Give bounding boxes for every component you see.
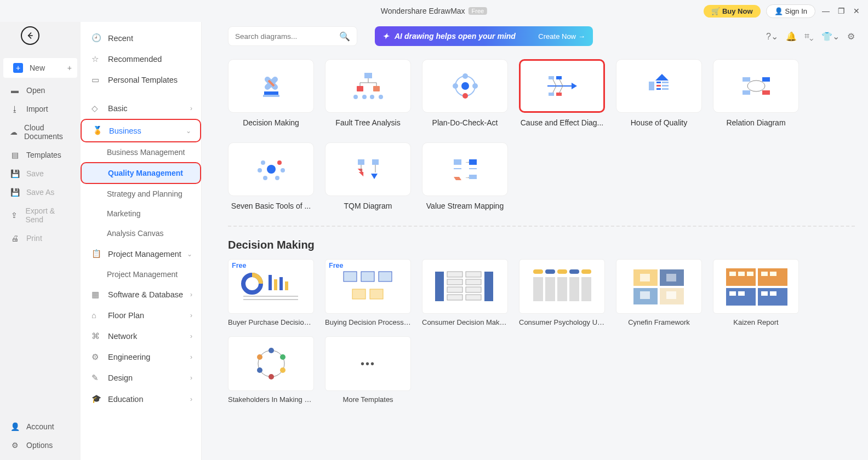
cat-design[interactable]: ✎Design› [81, 367, 201, 388]
card-cause-effect[interactable]: Cause and Effect Diag... [519, 59, 605, 127]
search-icon[interactable]: 🔍 [339, 31, 350, 42]
design-icon: ✎ [92, 373, 101, 382]
titlebar-right: 🛒 Buy Now 👤 Sign In — ❐ ✕ [704, 4, 861, 18]
cat-software-database[interactable]: ▦Software & Database› [81, 284, 201, 305]
nav-export-label: Export & Send [25, 206, 71, 224]
cat-engineering[interactable]: ⚙Engineering› [81, 347, 201, 367]
clock-icon: 🕘 [92, 33, 101, 43]
sub-project-management[interactable]: Project Management [81, 264, 201, 284]
nav-save[interactable]: 💾Save [0, 164, 81, 183]
thumbnail-icon [236, 341, 307, 386]
tmpl-more[interactable]: ••• More Templates [325, 336, 411, 404]
settings-icon[interactable]: ⚙ [847, 31, 855, 42]
svg-rect-85 [533, 277, 543, 301]
close-icon[interactable]: ✕ [852, 7, 861, 15]
ai-banner[interactable]: ✦ AI drawing helps open your mind Create… [375, 26, 593, 46]
nav-options[interactable]: ⚙Options [0, 436, 81, 455]
cat-basic[interactable]: ◇Basic› [81, 98, 201, 119]
cat-recommended[interactable]: ☆Recommended [81, 49, 201, 70]
card-vsm[interactable]: →→ Value Stream Mapping [422, 142, 508, 210]
nav-account-label: Account [26, 422, 54, 431]
signin-button[interactable]: 👤 Sign In [766, 4, 815, 18]
sub-analysis-canvas[interactable]: Analysis Canvas [81, 223, 201, 243]
chevron-right-icon: › [190, 353, 192, 361]
card-pdca[interactable]: Plan-Do-Check-Act [422, 59, 508, 127]
card-label: TQM Diagram [325, 202, 411, 210]
card-decision-making[interactable]: Decision Making [228, 59, 314, 127]
svg-point-43 [258, 168, 262, 173]
svg-rect-1 [263, 95, 279, 97]
shirt-icon[interactable]: 👕⌄ [821, 31, 840, 42]
nav-export[interactable]: ⇪Export & Send [0, 202, 81, 229]
card-tqm[interactable]: TQM Diagram [325, 142, 411, 210]
buy-now-button[interactable]: 🛒 Buy Now [704, 5, 761, 18]
tmpl-buying-process[interactable]: Free Buying Decision Process O... [325, 259, 411, 326]
history-icon[interactable]: + [67, 64, 72, 72]
cat-pm-label: Project Management [108, 250, 181, 258]
cat-project-management[interactable]: 📋Project Management⌄ [81, 243, 201, 264]
nav-saveas[interactable]: 💾Save As [0, 183, 81, 202]
svg-rect-2 [364, 73, 372, 78]
nav-cloud[interactable]: ☁Cloud Documents [0, 118, 81, 146]
sub-marketing[interactable]: Marketing [81, 204, 201, 223]
chevron-down-icon: ⌄ [186, 127, 191, 135]
nav-open[interactable]: ▬Open [0, 81, 81, 100]
card-relation[interactable]: Relation Diagram [713, 59, 799, 127]
sparkle-icon: ✦ [382, 32, 389, 41]
person-icon: ▭ [92, 76, 101, 84]
help-icon[interactable]: ?⌄ [766, 31, 778, 42]
nav-import[interactable]: ⭳Import [0, 100, 81, 118]
nav-account[interactable]: 👤Account [0, 417, 81, 436]
tmpl-consumer-decision[interactable]: Consumer Decision Makin... [422, 259, 508, 326]
card-label: Plan-Do-Check-Act [422, 118, 508, 127]
cat-education[interactable]: 🎓Education› [81, 388, 201, 410]
cat-recommended-label: Recommended [108, 55, 162, 64]
user-icon: 👤 [774, 7, 783, 15]
sub-quality-management[interactable]: Quality Management [81, 162, 201, 184]
nav-templates[interactable]: ▤Templates [0, 146, 81, 164]
ai-create-now[interactable]: Create Now → [538, 32, 585, 41]
svg-rect-77 [466, 287, 481, 292]
svg-point-14 [461, 82, 469, 90]
svg-point-10 [362, 95, 367, 99]
nav-templates-label: Templates [26, 151, 61, 159]
back-button[interactable] [21, 26, 39, 45]
tmpl-cynefin[interactable]: Cynefin Framework [616, 259, 702, 326]
svg-rect-96 [640, 291, 650, 299]
bell-icon[interactable]: 🔔 [786, 31, 797, 42]
cat-design-label: Design [108, 373, 133, 382]
grid-icon[interactable]: ⌗⌄ [804, 31, 814, 42]
free-tag: Free [232, 262, 246, 269]
search-input[interactable] [235, 32, 339, 41]
card-house-quality[interactable]: House of Quality [616, 59, 702, 127]
cat-network[interactable]: ⌘Network› [81, 326, 201, 347]
tmpl-consumer-psych[interactable]: Consumer Psychology Un... [519, 259, 605, 326]
svg-point-44 [281, 168, 285, 173]
sub-business-management[interactable]: Business Management [81, 142, 201, 162]
svg-rect-87 [557, 277, 567, 301]
cat-business[interactable]: 🏅Business⌄ [81, 119, 201, 142]
minimize-icon[interactable]: — [821, 7, 831, 15]
tmpl-buyer-purchase[interactable]: Free Buyer Purchase Decision ... [228, 259, 314, 326]
svg-rect-68 [352, 289, 366, 299]
card-fault-tree[interactable]: Fault Tree Analysis [325, 59, 411, 127]
cat-recent[interactable]: 🕘Recent [81, 27, 201, 49]
svg-point-9 [353, 95, 358, 99]
nav-new[interactable]: + New + [3, 58, 77, 78]
cat-floor-plan[interactable]: ⌂Floor Plan› [81, 305, 201, 326]
svg-line-24 [553, 79, 556, 86]
maximize-icon[interactable]: ❐ [836, 7, 846, 15]
svg-point-46 [275, 176, 279, 180]
tmpl-stakeholders[interactable]: Stakeholders In Making He... [228, 336, 314, 404]
svg-rect-8 [373, 86, 380, 91]
nav-print[interactable]: 🖨Print [0, 229, 81, 248]
cat-personal[interactable]: ▭Personal Templates [81, 70, 201, 90]
search-box[interactable]: 🔍 [228, 26, 357, 46]
card-seven-tools[interactable]: Seven Basic Tools of ... [228, 142, 314, 210]
tmpl-label: Buyer Purchase Decision ... [228, 318, 314, 326]
sub-strategy-planning[interactable]: Strategy and Planning [81, 184, 201, 204]
tmpl-kaizen[interactable]: Kaizen Report [713, 259, 799, 326]
network-icon: ⌘ [92, 332, 101, 341]
svg-rect-37 [743, 90, 750, 95]
svg-line-25 [559, 79, 563, 86]
